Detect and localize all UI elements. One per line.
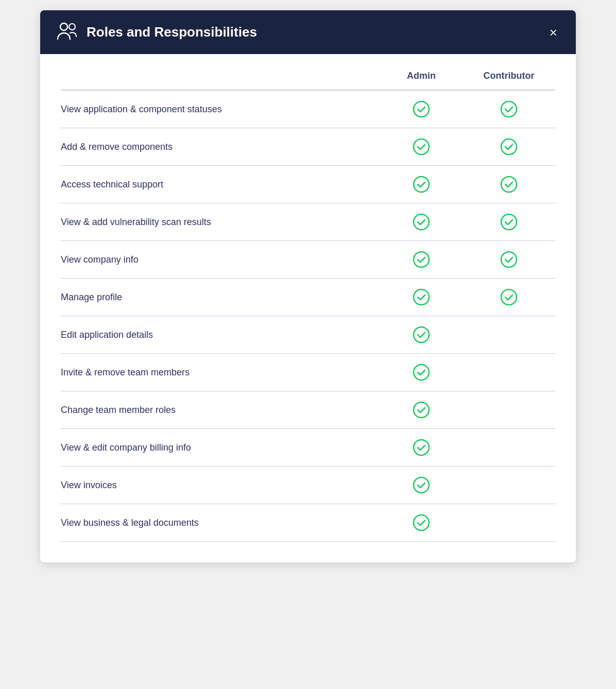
header-left: Roles and Responsibilities (57, 22, 257, 43)
admin-check-cell (380, 175, 463, 194)
svg-point-15 (414, 365, 429, 380)
admin-check-cell (380, 250, 463, 269)
roles-table: Admin Contributor View application & com… (61, 71, 555, 542)
row-label: Manage profile (61, 292, 380, 303)
users-icon (57, 22, 77, 43)
svg-point-19 (414, 515, 429, 530)
contributor-check-cell (463, 137, 555, 156)
table-row: Add & remove components (61, 128, 555, 166)
svg-point-17 (414, 440, 429, 455)
contributor-column-header: Contributor (463, 71, 555, 81)
admin-check-cell (380, 325, 463, 344)
row-label: View & edit company billing info (61, 442, 380, 453)
admin-check-cell (380, 401, 463, 419)
table-row: Access technical support (61, 166, 555, 203)
svg-point-0 (60, 23, 67, 30)
svg-point-12 (414, 289, 429, 305)
row-label: Edit application details (61, 330, 380, 340)
svg-point-13 (501, 289, 517, 305)
admin-check-cell (380, 363, 463, 382)
modal: Roles and Responsibilities × Admin Contr… (40, 10, 576, 562)
svg-point-1 (69, 24, 75, 30)
row-label: Access technical support (61, 179, 380, 190)
close-button[interactable]: × (547, 24, 559, 41)
svg-point-9 (501, 214, 517, 230)
contributor-check-cell (463, 175, 555, 194)
table-row: Edit application details (61, 316, 555, 354)
svg-point-16 (414, 402, 429, 418)
table-body: View application & component statuses Ad… (61, 91, 555, 542)
table-header: Admin Contributor (61, 71, 555, 91)
table-row: Change team member roles (61, 391, 555, 429)
row-label: Change team member roles (61, 405, 380, 416)
table-row: View company info (61, 241, 555, 279)
table-row: View business & legal documents (61, 504, 555, 542)
admin-check-cell (380, 476, 463, 494)
svg-point-5 (501, 139, 517, 154)
admin-check-cell (380, 513, 463, 532)
admin-check-cell (380, 213, 463, 231)
row-label: View & add vulnerability scan results (61, 217, 380, 228)
svg-point-2 (414, 101, 429, 117)
row-label: View business & legal documents (61, 518, 380, 528)
admin-check-cell (380, 438, 463, 457)
contributor-check-cell (463, 250, 555, 269)
modal-body: Admin Contributor View application & com… (40, 54, 576, 562)
modal-header: Roles and Responsibilities × (40, 10, 576, 54)
admin-check-cell (380, 100, 463, 118)
table-row: View & edit company billing info (61, 429, 555, 467)
row-label: Invite & remove team members (61, 367, 380, 378)
svg-point-18 (414, 477, 429, 493)
svg-point-7 (501, 177, 517, 192)
row-label: Add & remove components (61, 142, 380, 152)
contributor-check-cell (463, 213, 555, 231)
svg-point-11 (501, 252, 517, 267)
row-label: View invoices (61, 480, 380, 491)
table-row: View & add vulnerability scan results (61, 203, 555, 241)
svg-point-10 (414, 252, 429, 267)
modal-title: Roles and Responsibilities (87, 24, 257, 40)
row-label: View application & component statuses (61, 104, 380, 115)
table-row: Invite & remove team members (61, 354, 555, 391)
contributor-check-cell (463, 288, 555, 306)
admin-column-header: Admin (380, 71, 463, 81)
svg-point-14 (414, 327, 429, 342)
table-row: Manage profile (61, 279, 555, 316)
svg-point-8 (414, 214, 429, 230)
contributor-check-cell (463, 100, 555, 118)
row-label: View company info (61, 254, 380, 265)
svg-point-6 (414, 177, 429, 192)
table-row: View application & component statuses (61, 91, 555, 128)
admin-check-cell (380, 137, 463, 156)
table-row: View invoices (61, 467, 555, 504)
svg-point-4 (414, 139, 429, 154)
empty-header (61, 71, 380, 81)
svg-point-3 (501, 101, 517, 117)
admin-check-cell (380, 288, 463, 306)
